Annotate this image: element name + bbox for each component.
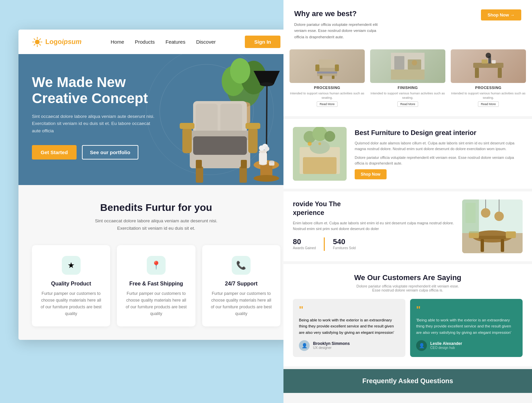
svg-rect-29	[196, 167, 203, 183]
svg-point-67	[312, 127, 327, 141]
author-role-2: CEO design hub	[430, 346, 462, 350]
benefit-card-shipping: 📍 Free & Fast Shipping Furtur pamper our…	[117, 245, 195, 326]
product-3-read-more[interactable]: Read More	[478, 101, 499, 107]
author-role-1: UX designer	[313, 346, 350, 350]
svg-point-43	[269, 161, 274, 163]
svg-rect-48	[320, 76, 322, 79]
testimonial-1-author: 👤 Brooklyn Simmons UX designer	[299, 340, 399, 351]
testimonial-2-body: 'Being able to work with the exterior is…	[416, 317, 517, 335]
quality-title: Quality Product	[39, 281, 103, 287]
product-2-read-more[interactable]: Read More	[397, 101, 418, 107]
svg-rect-46	[315, 64, 319, 71]
svg-rect-61	[482, 59, 488, 63]
nav-discover[interactable]: Discover	[196, 39, 216, 45]
svg-rect-30	[239, 167, 247, 183]
svg-rect-24	[193, 136, 247, 155]
svg-rect-52	[391, 70, 425, 80]
stat-divider	[324, 237, 325, 251]
product-3-desc: Intended to support various human activi…	[451, 91, 526, 100]
main-website: Logoipsum Home Products Features Discove…	[18, 30, 294, 340]
svg-rect-32	[241, 160, 247, 168]
benefits-section: Benedits Furtur for you Sint occaecat do…	[18, 185, 294, 340]
hero-heading: We Made New Creative Concept	[32, 74, 160, 107]
provide-section: rovide You The xperience Enim labore cil…	[283, 191, 532, 261]
testimonial-2-author: 👤 Leslie Alexander CEO design hub	[416, 340, 517, 351]
hero-section: We Made New Creative Concept Sint occaec…	[18, 54, 294, 185]
nav-features[interactable]: Features	[166, 39, 185, 45]
svg-point-12	[230, 58, 250, 84]
hero-content: We Made New Creative Concept Sint occaec…	[32, 74, 160, 160]
nav-links: Home Products Features Discover	[111, 39, 216, 45]
svg-rect-27	[180, 123, 194, 129]
awards-label: Awards Gained	[293, 246, 316, 250]
svg-point-55	[412, 60, 417, 65]
svg-point-35	[254, 175, 279, 182]
hero-description: Sint occaecat dolore labore aliqua venia…	[32, 113, 160, 135]
shop-now-button[interactable]: Shop Now →	[481, 9, 521, 20]
svg-rect-45	[319, 59, 336, 68]
shipping-description: Furtur pamper our customers to choose qu…	[124, 290, 188, 317]
svg-rect-47	[335, 64, 339, 71]
author-name-2: Leslie Alexander	[430, 341, 462, 346]
svg-point-71	[318, 142, 321, 145]
author-avatar-1: 👤	[299, 340, 310, 351]
svg-point-68	[324, 131, 335, 142]
svg-point-70	[308, 142, 312, 146]
navbar: Logoipsum Home Products Features Discove…	[18, 30, 294, 54]
awards-number: 80	[293, 237, 316, 246]
see-portfolio-button[interactable]: See our portfolio	[82, 145, 138, 160]
svg-rect-31	[196, 160, 202, 168]
testimonials-description: Dolore pariatur officia voluptate repreh…	[293, 284, 523, 292]
logo-icon	[32, 37, 43, 47]
svg-rect-62	[492, 60, 496, 63]
stat-furnitures: 540 Furnitures Sold	[333, 237, 356, 251]
best-furniture-section: Best Furniture to Design great interior …	[283, 119, 532, 189]
testimonial-card-2: " 'Being able to work with the exterior …	[410, 299, 523, 357]
faq-section: Frequently Asked Questions	[283, 369, 532, 393]
testimonials-section: We Our Customers Are Saying Dolore paria…	[283, 264, 532, 366]
get-started-button[interactable]: Get Started	[32, 145, 77, 160]
nav-home[interactable]: Home	[111, 39, 124, 45]
svg-rect-53	[394, 56, 404, 70]
best-furniture-shop-now[interactable]: Shop Now	[355, 169, 387, 179]
svg-rect-86	[466, 203, 476, 223]
svg-line-6	[40, 44, 41, 45]
product-1-read-more[interactable]: Read More	[317, 101, 338, 107]
author-name-1: Brooklyn Simmons	[313, 341, 350, 346]
quality-description: Furtur pamper our customers to choose qu…	[39, 290, 103, 317]
svg-rect-25	[182, 128, 192, 153]
svg-point-60	[486, 53, 491, 58]
svg-rect-26	[248, 128, 258, 153]
author-avatar-2: 👤	[416, 340, 427, 351]
product-thumb-3: PROCESSING Intended to support various h…	[448, 47, 529, 109]
product-1-label: PROCESSING	[290, 86, 365, 90]
best-furniture-text: Best Furniture to Design great interior …	[355, 128, 523, 179]
nav-products[interactable]: Products	[135, 39, 155, 45]
benefit-card-quality: ★ Quality Product Furtur pamper our cust…	[32, 245, 110, 326]
furnitures-number: 540	[333, 237, 356, 246]
why-best-description: Dolore pariatur officia voluptate repreh…	[294, 21, 382, 40]
why-best-section: Why are we best? Dolore pariatur officia…	[283, 0, 532, 47]
author-info-1: Brooklyn Simmons UX designer	[313, 341, 350, 350]
why-best-heading: Why are we best?	[294, 9, 382, 18]
svg-rect-49	[332, 76, 335, 79]
svg-rect-50	[317, 72, 337, 74]
best-furniture-heading: Best Furniture to Design great interior	[355, 128, 523, 137]
product-thumb-1: PROCESSING Intended to support various h…	[287, 47, 367, 109]
benefits-cards: ★ Quality Product Furtur pamper our cust…	[32, 245, 280, 326]
product-image-1	[290, 49, 365, 83]
why-best-text: Why are we best? Dolore pariatur officia…	[294, 9, 382, 40]
sign-in-button[interactable]: Sign In	[245, 36, 280, 48]
support-title: 24/7 Support	[210, 281, 273, 287]
svg-rect-76	[479, 236, 506, 239]
product-image-2	[370, 49, 445, 83]
provide-heading: rovide You The xperience	[293, 199, 455, 217]
benefit-card-support: 📞 24/7 Support Furtur pamper our custome…	[202, 245, 280, 326]
svg-point-0	[35, 40, 40, 44]
svg-point-83	[494, 212, 504, 221]
support-icon: 📞	[232, 256, 251, 275]
svg-rect-28	[246, 123, 260, 129]
testimonials-heading: We Our Customers Are Saying	[293, 273, 523, 282]
svg-line-8	[34, 44, 35, 45]
stats-row: 80 Awards Gained 540 Furnitures Sold	[293, 237, 455, 251]
